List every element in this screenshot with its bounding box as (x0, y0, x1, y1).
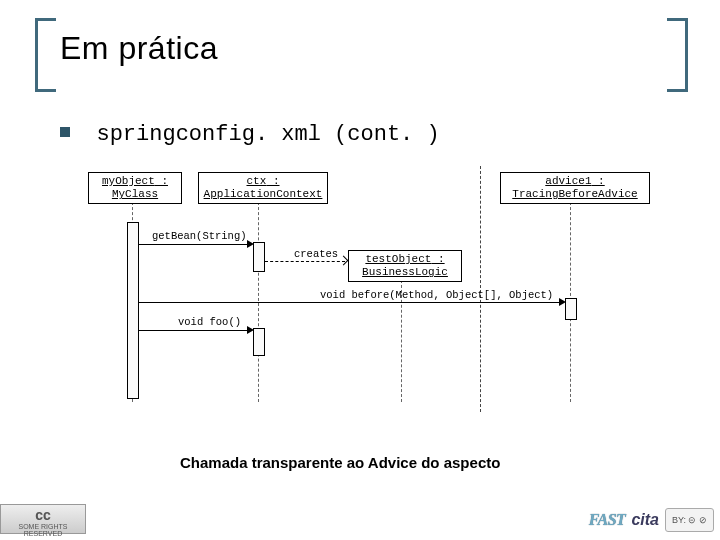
logo-fast: FAST (589, 511, 626, 529)
msg-arrowhead-foo (247, 326, 254, 334)
msg-arrow-getbean (138, 244, 251, 245)
by-badge: BY: ⊝ ⊘ (665, 508, 714, 532)
logo-cita: cita (631, 511, 659, 529)
slide-title: Em prática (60, 30, 218, 67)
sequence-diagram: myObject :MyClass ctx :ApplicationContex… (90, 172, 650, 432)
title-bracket-right (667, 18, 688, 92)
activation-ctx-2 (253, 328, 265, 356)
activation-advice1 (565, 298, 577, 320)
object-ctx: ctx :ApplicationContext (198, 172, 328, 204)
title-bracket-left (35, 18, 56, 92)
object-myobject: myObject :MyClass (88, 172, 182, 204)
diagram-caption: Chamada transparente ao Advice do aspect… (180, 454, 500, 471)
msg-arrowhead-creates (339, 256, 349, 266)
activation-myobject (127, 222, 139, 399)
msg-label-getbean: getBean(String) (152, 230, 247, 242)
msg-label-before: void before(Method, Object[], Object) (320, 289, 553, 301)
msg-arrowhead-before (559, 298, 566, 306)
msg-arrow-foo (138, 330, 251, 331)
object-advice1: advice1 :TracingBeforeAdvice (500, 172, 650, 204)
bullet-icon (60, 127, 70, 137)
bullet-row: springconfig. xml (cont. ) (60, 122, 440, 147)
cc-license-badge: cc SOME RIGHTS RESERVED (0, 504, 86, 534)
msg-arrow-creates (265, 261, 345, 262)
footer: cc SOME RIGHTS RESERVED FAST cita BY: ⊝ … (0, 504, 720, 534)
msg-arrowhead-getbean (247, 240, 254, 248)
msg-arrow-before (138, 302, 563, 303)
activation-ctx-1 (253, 242, 265, 272)
msg-label-foo: void foo() (178, 316, 241, 328)
bullet-text: springconfig. xml (cont. ) (96, 122, 439, 147)
footer-right-badges: FAST cita BY: ⊝ ⊘ (589, 508, 714, 532)
object-testobject: testObject :BusinessLogic (348, 250, 462, 282)
slide: Em prática springconfig. xml (cont. ) my… (0, 0, 720, 540)
msg-label-creates: creates (294, 248, 338, 260)
